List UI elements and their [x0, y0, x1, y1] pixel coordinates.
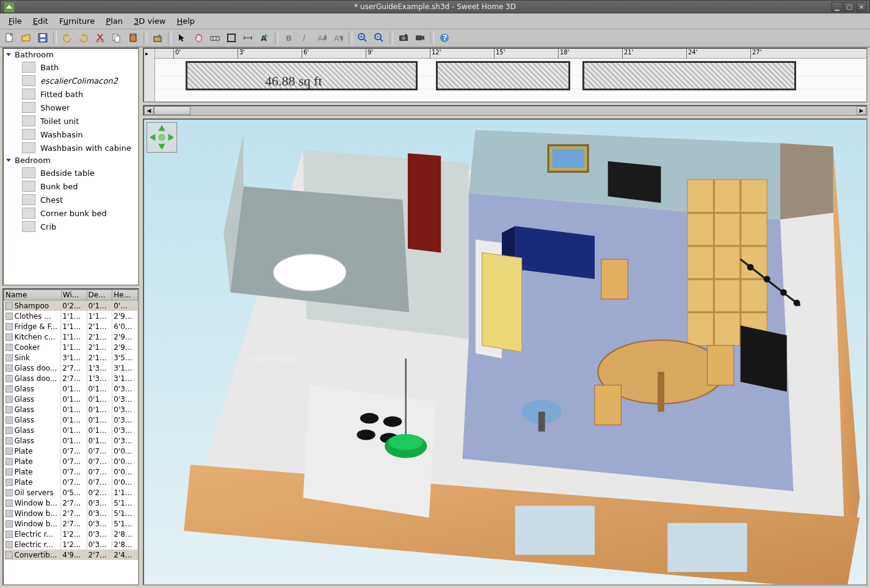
catalog-item[interactable]: Shower	[4, 101, 138, 114]
table-row[interactable]: Glass0'1...0'1...0'3...	[4, 404, 138, 415]
catalog-item-label: Bedside table	[40, 169, 95, 178]
minimize-button[interactable]: ▁	[832, 2, 843, 12]
help-button[interactable]: ?	[437, 31, 452, 45]
table-row[interactable]: Kitchen c...1'1...2'1...2'9...	[4, 332, 138, 342]
cut-button[interactable]	[93, 31, 107, 45]
column-header[interactable]: Wi...	[61, 290, 87, 300]
catalog-category-bathroom[interactable]: Bathroom	[4, 49, 138, 60]
table-row[interactable]: Plate0'7...0'7...0'0...	[4, 466, 138, 477]
video-button[interactable]	[413, 31, 427, 45]
menu-help[interactable]: Help	[172, 15, 200, 27]
plan-canvas[interactable]: 46.88 sq ft	[155, 59, 866, 101]
table-row[interactable]: Glass0'1...0'1...0'3...	[4, 394, 138, 404]
table-row[interactable]: Window b...2'7...0'3...5'1...	[4, 498, 138, 508]
table-row[interactable]: Window b...2'7...0'3...5'1...	[4, 508, 138, 518]
italic-button[interactable]: I	[298, 31, 313, 45]
table-row[interactable]: Glass doo...2'7...1'3...3'1...	[4, 373, 138, 383]
catalog-item[interactable]: Bunk bed	[4, 180, 138, 193]
column-header[interactable]: De...	[87, 290, 112, 300]
menu-furniture[interactable]: Furniture	[54, 15, 100, 27]
bold-button[interactable]: B	[281, 31, 296, 45]
catalog-item[interactable]: escalierColimacon2	[4, 74, 138, 87]
catalog-item[interactable]: Chest	[4, 193, 138, 206]
svg-point-27	[234, 41, 236, 43]
svg-point-58	[158, 134, 165, 141]
svg-rect-81	[553, 149, 584, 167]
row-icon	[5, 396, 13, 403]
decrease-text-button[interactable]: A▼	[331, 31, 346, 45]
3d-navigation-widget[interactable]	[147, 122, 177, 153]
create-room-tool[interactable]	[224, 31, 239, 45]
furniture-list-panel[interactable]: NameWi...De...He... Shampoo0'2...0'1...0…	[2, 288, 139, 586]
save-button[interactable]	[35, 31, 50, 45]
table-row[interactable]: Plate0'7...0'7...0'0...	[4, 446, 138, 456]
select-tool[interactable]	[175, 31, 189, 45]
new-button[interactable]	[2, 31, 17, 45]
table-row[interactable]: Plate0'7...0'7...0'0...	[4, 456, 138, 466]
menu-edit[interactable]: Edit	[28, 15, 53, 27]
table-row[interactable]: Plate0'7...0'7...0'0...	[4, 477, 138, 487]
catalog-item[interactable]: Bath	[4, 60, 138, 74]
furniture-thumb-icon	[22, 142, 35, 153]
catalog-item[interactable]: Washbasin with cabine	[4, 141, 138, 154]
add-furniture-button[interactable]	[150, 31, 165, 45]
scroll-left-button[interactable]: ◀	[144, 106, 154, 115]
column-header[interactable]: He...	[112, 290, 138, 300]
table-row[interactable]: Convertib...4'9...2'7...2'4...	[4, 550, 138, 560]
photo-button[interactable]	[396, 31, 411, 45]
furniture-catalog-panel[interactable]: BathroomBathescalierColimacon2Fitted bat…	[2, 48, 139, 286]
svg-marker-56	[150, 134, 156, 141]
open-button[interactable]	[19, 31, 34, 45]
create-dimension-tool[interactable]	[241, 31, 255, 45]
close-button[interactable]: ✕	[856, 2, 867, 12]
increase-text-button[interactable]: A▲	[314, 31, 329, 45]
svg-rect-5	[40, 39, 45, 42]
catalog-item[interactable]: Bedside table	[4, 166, 138, 180]
table-row[interactable]: Glass doo...2'7...1'3...3'1...	[4, 363, 138, 373]
create-wall-tool[interactable]	[208, 31, 222, 45]
table-row[interactable]: Electric r...1'2...0'3...2'8...	[4, 539, 138, 550]
furniture-thumb-icon	[22, 181, 35, 192]
catalog-category-bedroom[interactable]: Bedroom	[4, 154, 138, 166]
scroll-thumb[interactable]	[154, 106, 190, 115]
column-header[interactable]: Name	[4, 290, 62, 300]
catalog-item[interactable]: Corner bunk bed	[4, 206, 138, 220]
ruler-tick: 15'	[494, 49, 505, 59]
catalog-item[interactable]: Washbasin	[4, 128, 138, 141]
table-row[interactable]: Glass0'1...0'1...0'3...	[4, 425, 138, 435]
table-row[interactable]: Electric r...1'2...0'3...2'8...	[4, 529, 138, 539]
table-row[interactable]: Oil servers0'5...0'2...1'1...	[4, 487, 138, 498]
pan-tool[interactable]	[191, 31, 206, 45]
table-row[interactable]: Cooker1'1...2'1...2'9...	[4, 342, 138, 352]
catalog-item-label: Fitted bath	[40, 90, 83, 99]
catalog-item[interactable]: Fitted bath	[4, 87, 138, 101]
zoom-in-button[interactable]	[355, 31, 370, 45]
scroll-right-button[interactable]: ▶	[857, 106, 866, 115]
plan-horizontal-scrollbar[interactable]: ◀ ▶	[143, 105, 868, 116]
menu-plan[interactable]: Plan	[101, 15, 128, 27]
menu-3dview[interactable]: 3D view	[129, 15, 170, 27]
table-row[interactable]: Glass0'1...0'1...0'3...	[4, 415, 138, 425]
menu-file[interactable]: File	[4, 15, 27, 27]
ruler-tick: 3'	[237, 49, 245, 59]
copy-button[interactable]	[109, 31, 124, 45]
table-row[interactable]: Window b...2'7...0'3...5'1...	[4, 518, 138, 529]
ruler-tick: 0'	[173, 49, 181, 59]
table-row[interactable]: Glass0'1...0'1...0'3...	[4, 383, 138, 394]
undo-button[interactable]	[60, 31, 74, 45]
plan-2d-panel[interactable]: ▸ 0'3'6'9'12'15'18'21'24'27' 46.88 sq ft	[143, 48, 868, 103]
redo-button[interactable]	[76, 31, 91, 45]
view-3d-panel[interactable]: SOFTPEDIA	[143, 118, 868, 586]
paste-button[interactable]	[126, 31, 140, 45]
table-row[interactable]: Glass0'1...0'1...0'3...	[4, 435, 138, 446]
catalog-item[interactable]: Crib	[4, 220, 138, 233]
maximize-button[interactable]: ▢	[844, 2, 855, 12]
table-row[interactable]: Shampoo0'2...0'1...0'...	[4, 300, 138, 311]
menu-bar: File Edit Furniture Plan 3D view Help	[0, 13, 870, 29]
catalog-item[interactable]: Toilet unit	[4, 114, 138, 128]
table-row[interactable]: Fridge & F...1'1...2'1...6'0...	[4, 321, 138, 332]
table-row[interactable]: Sink3'1...2'1...3'5...	[4, 352, 138, 363]
table-row[interactable]: Clothes ...1'1...1'1...2'9...	[4, 311, 138, 321]
zoom-out-button[interactable]	[372, 31, 386, 45]
create-text-tool[interactable]: A	[257, 31, 272, 45]
